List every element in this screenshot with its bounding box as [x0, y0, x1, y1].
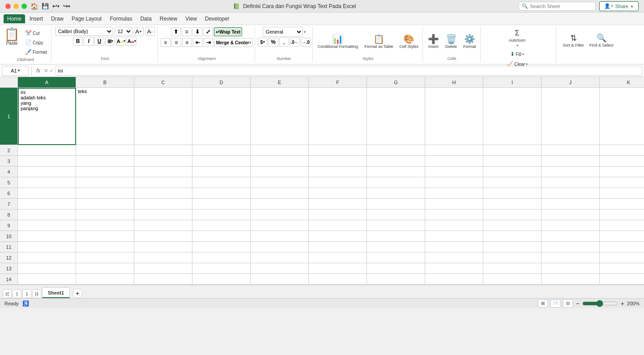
cell-b12[interactable]: [76, 252, 134, 263]
increase-decimal-button[interactable]: →.0: [301, 38, 311, 47]
cell-g5[interactable]: [367, 177, 425, 188]
cell-h9[interactable]: [425, 220, 483, 231]
increase-indent-button[interactable]: ⇥: [204, 38, 213, 47]
cell-c11[interactable]: [134, 242, 192, 252]
cell-d5[interactable]: [192, 177, 251, 188]
cell-e13[interactable]: [251, 263, 309, 274]
cell-d7[interactable]: [192, 199, 251, 210]
menu-page-layout[interactable]: Page Layout: [68, 14, 105, 23]
cell-reference-box[interactable]: A1 ▾: [2, 66, 29, 76]
cell-styles-button[interactable]: 🎨 Cell Styles: [397, 29, 421, 54]
cell-f9[interactable]: [309, 220, 367, 231]
sheet-nav-last[interactable]: ⟩⟩: [32, 289, 41, 298]
conditional-formatting-button[interactable]: 📊 Conditional Formatting: [316, 29, 361, 54]
share-button[interactable]: 👤+ Share ▲: [599, 1, 639, 11]
decrease-decimal-button[interactable]: .0←: [290, 38, 300, 47]
menu-insert[interactable]: Insert: [26, 14, 47, 23]
cell-e8[interactable]: [251, 210, 309, 220]
col-header-j[interactable]: J: [542, 77, 600, 88]
col-header-i[interactable]: I: [483, 77, 542, 88]
cell-g7[interactable]: [367, 199, 425, 210]
cell-h8[interactable]: [425, 210, 483, 220]
format-cells-button[interactable]: ⚙️ Format: [461, 29, 478, 54]
cell-e1[interactable]: [251, 88, 309, 145]
cell-d11[interactable]: [192, 242, 251, 252]
cell-j12[interactable]: [542, 252, 600, 263]
cell-j11[interactable]: [542, 242, 600, 252]
cell-g11[interactable]: [367, 242, 425, 252]
row-num-11[interactable]: 11: [0, 242, 18, 252]
cell-h5[interactable]: [425, 177, 483, 188]
cell-j8[interactable]: [542, 210, 600, 220]
col-header-b[interactable]: B: [76, 77, 134, 88]
cell-k12[interactable]: [600, 252, 644, 263]
cell-j9[interactable]: [542, 220, 600, 231]
cell-g8[interactable]: [367, 210, 425, 220]
cell-c14[interactable]: [134, 274, 192, 285]
cell-e12[interactable]: [251, 252, 309, 263]
cell-j5[interactable]: [542, 177, 600, 188]
cell-i9[interactable]: [483, 220, 542, 231]
undo-icon[interactable]: ↩▾: [52, 3, 60, 9]
row-num-6[interactable]: 6: [0, 188, 18, 199]
col-header-g[interactable]: G: [367, 77, 425, 88]
cell-j13[interactable]: [542, 263, 600, 274]
cell-j6[interactable]: [542, 188, 600, 199]
cell-b1[interactable]: teks: [76, 88, 134, 145]
cell-b6[interactable]: [76, 188, 134, 199]
wrap-text-button[interactable]: ↵ Wrap Text: [214, 27, 242, 36]
row-num-9[interactable]: 9: [0, 220, 18, 231]
cell-e2[interactable]: [251, 145, 309, 156]
cell-c4[interactable]: [134, 167, 192, 177]
cell-b5[interactable]: [76, 177, 134, 188]
maximize-button[interactable]: [21, 4, 27, 9]
cell-b8[interactable]: [76, 210, 134, 220]
decrease-indent-button[interactable]: ⇤: [193, 38, 203, 47]
cell-k11[interactable]: [600, 242, 644, 252]
cell-i10[interactable]: [483, 231, 542, 242]
cell-i7[interactable]: [483, 199, 542, 210]
cell-h10[interactable]: [425, 231, 483, 242]
cell-b4[interactable]: [76, 167, 134, 177]
minimize-button[interactable]: [13, 4, 19, 9]
normal-view-button[interactable]: ⊞: [538, 299, 548, 308]
cell-c8[interactable]: [134, 210, 192, 220]
increase-font-size-button[interactable]: A+: [134, 27, 144, 36]
cell-k13[interactable]: [600, 263, 644, 274]
cell-e7[interactable]: [251, 199, 309, 210]
cell-g3[interactable]: [367, 156, 425, 167]
sheet-nav-prev[interactable]: ⟨: [13, 289, 21, 298]
cell-i8[interactable]: [483, 210, 542, 220]
cell-c10[interactable]: [134, 231, 192, 242]
menu-developer[interactable]: Developer: [201, 14, 233, 23]
cell-g14[interactable]: [367, 274, 425, 285]
cell-a9[interactable]: [18, 220, 76, 231]
cell-d12[interactable]: [192, 252, 251, 263]
cell-h1[interactable]: [425, 88, 483, 145]
row-num-8[interactable]: 8: [0, 210, 18, 220]
cell-j14[interactable]: [542, 274, 600, 285]
cell-f1[interactable]: [309, 88, 367, 145]
cell-e14[interactable]: [251, 274, 309, 285]
fill-button[interactable]: ⬇ Fill ▾: [508, 50, 526, 59]
sheet-nav-next[interactable]: ⟩: [22, 289, 31, 298]
cell-g13[interactable]: [367, 263, 425, 274]
insert-cells-button[interactable]: ➕ Insert: [426, 29, 441, 54]
cell-g4[interactable]: [367, 167, 425, 177]
sort-filter-button[interactable]: ⇅ Sort & Filter: [561, 28, 587, 53]
cell-a4[interactable]: [18, 167, 76, 177]
decrease-font-size-button[interactable]: A-: [145, 27, 155, 36]
formula-input[interactable]: [55, 66, 642, 76]
paste-button[interactable]: 📋 Paste: [2, 27, 22, 47]
cell-b11[interactable]: [76, 242, 134, 252]
col-header-e[interactable]: E: [251, 77, 309, 88]
cell-h3[interactable]: [425, 156, 483, 167]
cell-h2[interactable]: [425, 145, 483, 156]
font-color-button[interactable]: A▬▾: [127, 37, 136, 46]
cell-h4[interactable]: [425, 167, 483, 177]
cell-k2[interactable]: [600, 145, 644, 156]
row-num-5[interactable]: 5: [0, 177, 18, 188]
add-sheet-button[interactable]: +: [73, 288, 82, 298]
cell-d4[interactable]: [192, 167, 251, 177]
window-controls[interactable]: [5, 4, 27, 9]
